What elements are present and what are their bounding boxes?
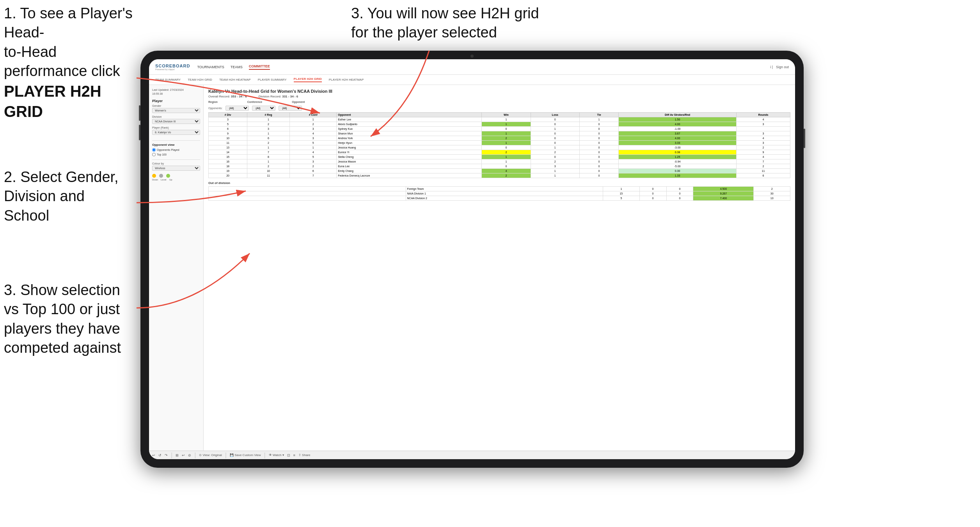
toolbar-sep3: |	[225, 452, 227, 459]
tablet-frame: SCOREBOARD Powered by clippd TOURNAMENTS…	[140, 51, 804, 468]
toolbar-sep2: |	[194, 452, 196, 459]
logo-text: SCOREBOARD	[155, 64, 190, 68]
toolbar-icon3[interactable]: ⊘	[188, 453, 191, 457]
up-dot	[166, 174, 170, 178]
logo-area: SCOREBOARD Powered by clippd	[155, 64, 190, 71]
instruction-2: 2. Select Gender, Division and School	[4, 168, 137, 225]
sub-nav-team-h2h-heatmap[interactable]: TEAM H2H HEATMAP	[219, 78, 251, 81]
colour-dots-row	[152, 174, 200, 178]
toolbar-icon2[interactable]: ↩	[182, 453, 185, 457]
toolbar-redo[interactable]: ↷	[165, 453, 168, 457]
region-filter-label: Region	[208, 101, 218, 103]
toolbar-undo2[interactable]: ↺	[158, 453, 162, 457]
main-nav: TOURNAMENTS TEAMS COMMITTEE	[197, 64, 770, 70]
toolbar-icon5[interactable]: ≡	[293, 453, 295, 457]
instruction-3-bottom: 3. Show selection vs Top 100 or just pla…	[4, 281, 137, 358]
table-row: 5 2 2 Alexis Sudjianto 1 0 0 4.00 3	[209, 122, 790, 127]
sub-nav-team-h2h-grid[interactable]: TEAM H2H GRID	[188, 78, 212, 81]
conference-filter-label: Conference	[247, 101, 263, 103]
toolbar-sep1: |	[171, 452, 172, 459]
gender-dropdown[interactable]: Women's	[152, 108, 200, 113]
toolbar-save-custom[interactable]: 💾 Save Custom View	[230, 453, 261, 457]
down-dot	[152, 174, 156, 178]
table-row: 18 2 2 Euna Lee 0 3 0 -5.00 2	[209, 164, 790, 169]
sub-nav-player-h2h-heatmap[interactable]: PLAYER H2H HEATMAP	[329, 78, 364, 81]
division-label: Division	[152, 115, 200, 118]
top-100-radio[interactable]: Top 100	[152, 153, 200, 156]
table-row: 3 1 1 Esther Lee 1 0 1 1.50 4	[209, 117, 790, 122]
header-right: i | Sign out	[770, 65, 789, 69]
col-div: # Div	[209, 113, 247, 117]
table-row: 11 2 5 Heejo Hyun 1 0 0 3.33 3	[209, 141, 790, 145]
col-loss: Loss	[531, 113, 579, 117]
player-section-title: Player	[152, 99, 200, 103]
sub-nav-player-summary[interactable]: PLAYER SUMMARY	[258, 78, 287, 81]
table-row: 14 7 4 Eunice Yi 2 2 0 0.38 9	[209, 150, 790, 155]
colour-by-dropdown[interactable]: Win/loss	[152, 166, 200, 171]
col-reg: # Reg	[247, 113, 290, 117]
player-rank-label: Player (Rank)	[152, 126, 200, 129]
col-diff: Diff Av Strokes/Rnd	[619, 113, 737, 117]
opponents-played-radio[interactable]: Opponents Played	[152, 148, 200, 152]
opponent-view-label: Opponent view	[152, 143, 200, 147]
level-dot	[159, 174, 163, 178]
content-area: Last Updated: 27/03/2024 16:55:38 Player…	[149, 85, 795, 451]
opponents-filter-row: Opponents: (All) (All) (All)	[208, 106, 790, 111]
table-row: NAIA Division 1 15 0 0 9.267 30	[209, 191, 790, 196]
player-rank-dropdown[interactable]: 8. Katelyn Vo	[152, 130, 200, 135]
sub-nav-player-h2h-grid[interactable]: PLAYER H2H GRID	[294, 77, 322, 82]
table-row: 19 10 6 Emily Chang 4 1 0 0.30 11	[209, 169, 790, 173]
toolbar-watch[interactable]: 👁 Watch ▾	[269, 453, 284, 457]
filter-row: Region Conference Opponent	[208, 101, 790, 103]
nav-committee[interactable]: COMMITTEE	[249, 64, 270, 70]
table-row: 20 11 7 Federica Domecq Lacroze 2 1 0 1.…	[209, 173, 790, 178]
col-win: Win	[482, 113, 531, 117]
app-header: SCOREBOARD Powered by clippd TOURNAMENTS…	[149, 59, 795, 75]
logo-sub: Powered by clippd	[155, 68, 190, 71]
toolbar-view-original[interactable]: ⊙ View: Original	[199, 453, 222, 457]
toolbar-share[interactable]: ⇧ Share	[298, 453, 311, 457]
gender-label: Gender	[152, 104, 200, 107]
sub-nav: TEAM SUMMARY TEAM H2H GRID TEAM H2H HEAT…	[149, 75, 795, 85]
table-row: NCAA Division 2 5 0 0 7.400 10	[209, 196, 790, 201]
records-row: Overall Record: 353 - 34 - 6 Division Re…	[208, 95, 790, 98]
out-of-division-table: Foreign Team 1 0 0 4.500 2 NAIA Division…	[208, 186, 790, 201]
col-rounds: Rounds	[736, 113, 790, 117]
table-row: 10 6 3 Andrea York 2 0 0 4.00 4	[209, 136, 790, 141]
h2h-table: # Div # Reg # Conf Opponent Win Loss Tie…	[208, 112, 790, 178]
toolbar-sep4: |	[264, 452, 266, 459]
opponent-filter-label: Opponent	[292, 101, 305, 103]
table-row: 16 1 3 Jessica Mason 1 2 0 -0.94 7	[209, 159, 790, 164]
col-opponent: Opponent	[337, 113, 482, 117]
col-tie: Tie	[579, 113, 618, 117]
instruction-3-top: 3. You will now see H2H grid for the pla…	[351, 4, 562, 42]
division-dropdown[interactable]: NCAA Division III	[152, 119, 200, 124]
colour-labels-row: Down Level Up	[152, 179, 200, 181]
left-sidebar: Last Updated: 27/03/2024 16:55:38 Player…	[149, 85, 204, 451]
table-row: Foreign Team 1 0 0 4.500 2	[209, 187, 790, 191]
table-row: 13 1 1 Jessica Huang 0 1 0 -3.00 2	[209, 145, 790, 150]
colour-by-label: Colour by	[152, 162, 200, 165]
toolbar-undo[interactable]: ↩	[152, 453, 155, 457]
sidebar-timestamp: Last Updated: 27/03/2024 16:55:38	[152, 88, 200, 96]
main-data-area: Katelyn Vo Head-to-Head Grid for Women's…	[204, 85, 795, 451]
page-title: Katelyn Vo Head-to-Head Grid for Women's…	[208, 89, 790, 94]
conference-filter-select[interactable]: (All)	[252, 106, 275, 111]
col-conf: # Conf	[289, 113, 336, 117]
table-row: 6 3 3 Sydney Kuo 0 1 0 -1.00	[209, 127, 790, 131]
opponent-filter-select[interactable]: (All)	[279, 106, 302, 111]
table-row: 9 1 4 Sharon Mun 1 0 0 3.67 3	[209, 131, 790, 136]
table-row: 15 8 5 Stella Cheng 1 0 0 1.25 4	[209, 155, 790, 159]
sub-nav-team-summary[interactable]: TEAM SUMMARY	[155, 78, 181, 81]
tablet-screen: SCOREBOARD Powered by clippd TOURNAMENTS…	[149, 59, 795, 459]
out-of-division-title: Out of division	[208, 181, 790, 185]
nav-tournaments[interactable]: TOURNAMENTS	[197, 65, 224, 69]
bottom-toolbar: ↩ ↺ ↷ | ⊞ ↩ ⊘ | ⊙ View: Original | 💾 Sav…	[149, 451, 795, 459]
instruction-1: 1. To see a Player's Head- to-Head perfo…	[4, 4, 137, 122]
opponents-filter-select[interactable]: (All)	[225, 106, 249, 111]
toolbar-icon1[interactable]: ⊞	[176, 453, 179, 457]
sign-out-link[interactable]: Sign out	[776, 65, 789, 69]
toolbar-icon4[interactable]: ⊡	[287, 453, 290, 457]
nav-teams[interactable]: TEAMS	[231, 65, 243, 69]
